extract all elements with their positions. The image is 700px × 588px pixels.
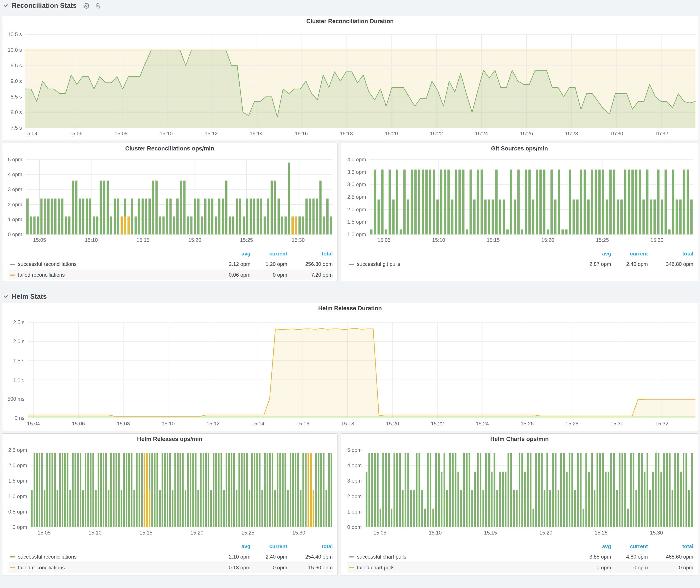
panel-title[interactable]: Cluster Reconciliations ops/min [2, 143, 337, 154]
legend: avg current total successful chart pulls… [341, 541, 698, 573]
svg-text:15:20: 15:20 [541, 237, 554, 243]
svg-text:15:12: 15:12 [206, 421, 219, 426]
helm-charts-chart[interactable]: 0 opm1 opm2 opm3 opm4 opm5 opm15:0515:10… [341, 444, 698, 541]
legend-current-value: 0 opm [611, 565, 648, 571]
svg-text:15:28: 15:28 [565, 131, 578, 136]
legend-col-current[interactable]: current [611, 251, 648, 257]
panel-title[interactable]: Git Sources ops/min [341, 143, 698, 154]
legend-col-total[interactable]: total [287, 251, 333, 257]
helm-release-duration-chart[interactable]: 0 ns500 ms1.0 s1.5 s2.0 s2.5 s15:0415:06… [2, 314, 698, 431]
svg-text:0 opm: 0 opm [13, 524, 27, 530]
svg-text:1.5 opm: 1.5 opm [8, 478, 27, 484]
helm-releases-chart[interactable]: 0 opm0.5 opm1.0 opm1.5 opm2.0 opm2.5 opm… [2, 444, 337, 541]
legend-avg-value: 0.13 opm [214, 565, 250, 571]
legend-row: successful git pulls 2.87 opm 2.40 opm 3… [347, 259, 693, 270]
svg-text:15:18: 15:18 [341, 421, 354, 426]
svg-text:15:20: 15:20 [539, 530, 552, 536]
legend-col-total[interactable]: total [648, 543, 693, 549]
legend-row: successful chart pulls 3.85 opm 4.80 opm… [347, 551, 693, 562]
svg-text:15:05: 15:05 [373, 530, 386, 536]
gear-icon[interactable] [83, 2, 90, 9]
legend-col-total[interactable]: total [648, 251, 693, 257]
svg-text:15:15: 15:15 [139, 530, 152, 536]
svg-text:15:30: 15:30 [610, 131, 623, 136]
legend-col-avg[interactable]: avg [574, 251, 611, 257]
series-label-failed-reconciliations[interactable]: failed reconciliations [8, 565, 214, 571]
svg-text:15:04: 15:04 [27, 421, 40, 426]
svg-text:15:30: 15:30 [610, 421, 623, 426]
legend-current-value: 0 opm [250, 272, 287, 278]
svg-text:15:10: 15:10 [432, 237, 445, 243]
series-swatch-green [349, 556, 354, 557]
section-header-helm-stats[interactable]: Helm Stats [3, 292, 47, 301]
series-label-successful-chart-pulls[interactable]: successful chart pulls [347, 554, 574, 560]
series-swatch-orange [349, 567, 354, 568]
legend-col-total[interactable]: total [287, 543, 333, 549]
legend-current-value: 1.20 opm [250, 261, 287, 267]
series-label-successful-reconciliations[interactable]: successful reconciliations [8, 554, 214, 560]
legend-total-value: 7.20 opm [287, 272, 333, 278]
panel-title[interactable]: Helm Release Duration [2, 303, 698, 314]
svg-text:15:30: 15:30 [292, 530, 305, 536]
series-label-successful-git-pulls[interactable]: successful git pulls [347, 261, 574, 267]
svg-text:15:25: 15:25 [596, 237, 609, 243]
svg-text:9.5 s: 9.5 s [11, 63, 22, 68]
chevron-down-icon[interactable] [3, 4, 8, 7]
svg-text:15:24: 15:24 [476, 421, 489, 426]
legend-col-avg[interactable]: avg [214, 251, 250, 257]
trash-icon[interactable] [95, 2, 101, 9]
svg-text:15:10: 15:10 [162, 421, 175, 426]
svg-text:15:20: 15:20 [188, 237, 201, 243]
svg-text:15:06: 15:06 [72, 421, 85, 426]
legend-col-current[interactable]: current [250, 543, 287, 549]
svg-text:15:26: 15:26 [521, 421, 534, 426]
legend-col-current[interactable]: current [250, 251, 287, 257]
svg-text:15:25: 15:25 [240, 237, 253, 243]
svg-text:15:15: 15:15 [487, 237, 500, 243]
series-label-failed-chart-pulls[interactable]: failed chart pulls [347, 565, 574, 571]
section-title[interactable]: Reconciliation Stats [12, 2, 77, 10]
svg-text:15:24: 15:24 [475, 131, 488, 136]
panel-title[interactable]: Helm Charts ops/min [341, 434, 698, 444]
cluster-reconciliation-duration-chart[interactable]: 7.5 s8.0 s8.5 s9.0 s9.5 s10.0 s10.5 s15:… [2, 27, 698, 141]
svg-text:1.5 s: 1.5 s [13, 358, 24, 363]
svg-text:9.0 s: 9.0 s [11, 78, 22, 84]
svg-text:8.5 s: 8.5 s [11, 94, 22, 100]
panel-title[interactable]: Cluster Reconciliation Duration [2, 16, 698, 27]
cluster-reconciliations-chart[interactable]: 0 opm1 opm2 opm3 opm4 opm5 opm15:0515:10… [2, 154, 337, 248]
legend-avg-value: 0.06 opm [214, 272, 250, 278]
svg-text:15:04: 15:04 [24, 131, 37, 136]
section-title[interactable]: Helm Stats [12, 293, 47, 300]
legend-total-value: 254.40 opm [287, 554, 333, 560]
svg-text:15:20: 15:20 [386, 421, 399, 426]
svg-text:3.5 opm: 3.5 opm [347, 169, 366, 175]
panel-title[interactable]: Helm Releases ops/min [2, 434, 337, 444]
panel-helm-release-duration: Helm Release Duration 0 ns500 ms1.0 s1.5… [2, 303, 698, 431]
legend-total-value: 0 opm [648, 565, 693, 571]
panel-git-sources-opm: Git Sources ops/min 1.0 opm1.5 opm2.0 op… [341, 143, 698, 281]
legend-col-avg[interactable]: avg [574, 543, 611, 549]
legend-col-avg[interactable]: avg [214, 543, 250, 549]
series-label-failed-reconciliations[interactable]: failed reconciliations [8, 272, 214, 278]
svg-text:3.0 opm: 3.0 opm [347, 181, 366, 187]
series-label-successful-reconciliations[interactable]: successful reconciliations [8, 261, 214, 267]
section-header-reconciliation-stats[interactable]: Reconciliation Stats [3, 1, 101, 10]
svg-text:10.5 s: 10.5 s [8, 31, 22, 37]
svg-text:15:08: 15:08 [115, 131, 127, 136]
series-swatch-green [349, 264, 354, 265]
svg-text:1 opm: 1 opm [8, 216, 22, 222]
svg-text:15:20: 15:20 [385, 131, 398, 136]
git-sources-chart[interactable]: 1.0 opm1.5 opm2.0 opm2.5 opm3.0 opm3.5 o… [341, 154, 698, 248]
svg-text:15:10: 15:10 [160, 131, 173, 136]
svg-text:2.5 opm: 2.5 opm [347, 194, 366, 200]
legend-col-current[interactable]: current [611, 543, 648, 549]
legend-avg-value: 0 opm [574, 565, 611, 571]
svg-text:3 opm: 3 opm [8, 186, 22, 192]
svg-text:15:05: 15:05 [38, 530, 51, 536]
legend-row: failed reconciliations 0.06 opm 0 opm 7.… [8, 270, 333, 280]
svg-text:4 opm: 4 opm [8, 171, 22, 177]
chevron-down-icon[interactable] [3, 295, 8, 298]
svg-text:15:15: 15:15 [137, 237, 150, 243]
legend-current-value: 2.40 opm [611, 261, 648, 267]
svg-text:1.5 opm: 1.5 opm [347, 219, 366, 225]
